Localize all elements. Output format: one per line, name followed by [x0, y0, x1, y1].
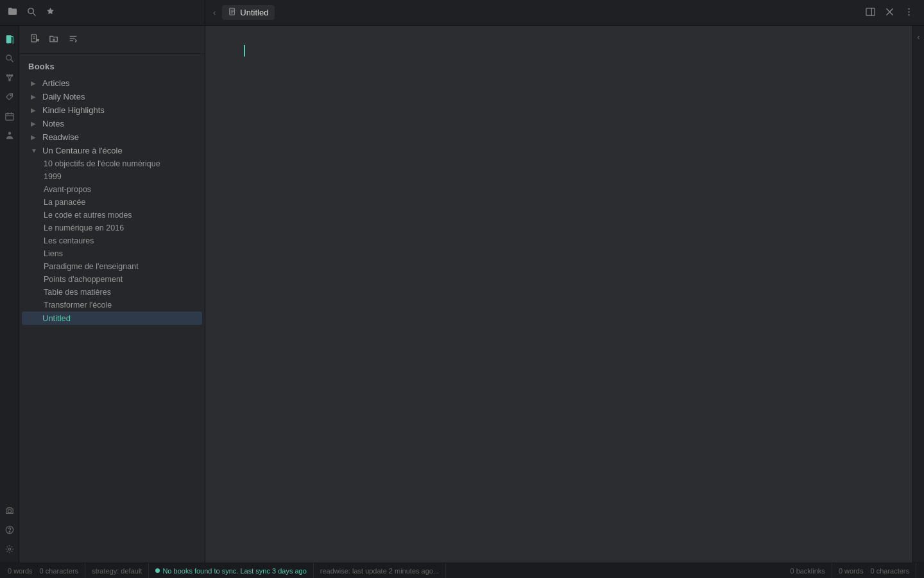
main-content: Books ▶ Articles ▶ Daily Notes ▶ Kindle …	[0, 26, 924, 563]
nav-books-icon[interactable]	[1, 31, 18, 48]
child-label: Liens	[44, 249, 63, 258]
sidebar-item-label: Untitled	[42, 313, 71, 323]
chevron-down-icon: ▼	[31, 147, 38, 154]
child-label: 10 objectifs de l'école numérique	[44, 159, 160, 168]
svg-rect-25	[5, 114, 13, 121]
backlinks-status: 0 backlinks	[790, 563, 832, 578]
svg-point-29	[8, 132, 10, 134]
sidebar-toolbar	[19, 26, 205, 54]
svg-line-16	[10, 60, 13, 62]
tab-title: Untitled	[240, 8, 268, 17]
icon-sidebar	[0, 26, 19, 563]
nav-search-icon[interactable]	[1, 50, 18, 67]
sidebar-item-articles[interactable]: ▶ Articles	[22, 76, 202, 90]
right-chars-label: 0 characters	[870, 567, 909, 575]
sidebar-child-item[interactable]: Liens	[35, 247, 202, 260]
svg-point-10	[908, 8, 909, 9]
top-bar-main: ‹ Untitled	[205, 5, 863, 20]
sidebar-child-item[interactable]: Le numérique en 2016	[35, 222, 202, 234]
svg-point-30	[8, 509, 11, 512]
chevron-right-icon: ▶	[31, 120, 38, 127]
new-file-button[interactable]	[28, 32, 41, 47]
folder-icon[interactable]	[8, 6, 18, 19]
child-label: Paradigme de l'enseignant	[44, 262, 139, 271]
status-right: 0 backlinks 0 words 0 characters	[790, 563, 916, 578]
nav-graph-icon[interactable]	[1, 69, 18, 86]
svg-point-11	[908, 11, 909, 12]
strategy-status: strategy: default	[85, 563, 149, 578]
star-icon[interactable]	[46, 7, 55, 19]
sync-status: No books found to sync. Last sync 3 days…	[149, 563, 313, 578]
chevron-right-icon: ▶	[31, 80, 38, 87]
sidebar-item-untitled[interactable]: ▶ Untitled	[22, 311, 202, 325]
sidebar-child-item[interactable]: Avant-propos	[35, 183, 202, 196]
sidebar-child-item[interactable]: 10 objectifs de l'école numérique	[35, 157, 202, 170]
sidebar-item-daily-notes[interactable]: ▶ Daily Notes	[22, 90, 202, 103]
right-word-count-status: 0 words 0 characters	[832, 563, 916, 578]
top-bar: ‹ Untitled	[0, 0, 924, 26]
sidebar-child-item[interactable]: 1999	[35, 170, 202, 183]
tab-file-icon	[228, 8, 236, 17]
top-bar-left	[0, 0, 205, 25]
child-label: 1999	[44, 172, 62, 181]
books-label: Books	[28, 62, 55, 71]
chevron-right-icon: ▶	[31, 107, 38, 114]
nav-help-icon[interactable]	[1, 521, 18, 538]
sidebar-child-item[interactable]: La panacée	[35, 196, 202, 209]
sidebar-item-label: Kindle Highlights	[42, 105, 105, 115]
search-icon[interactable]	[27, 7, 37, 19]
sidebar-item-centaure[interactable]: ▼ Un Centaure à l'école	[22, 144, 202, 157]
chevron-right-icon: ▶	[31, 93, 38, 100]
sidebar-child-item[interactable]: Points d'achoppement	[35, 273, 202, 286]
right-panel-toggle-button[interactable]: ‹	[917, 32, 920, 42]
sidebar-child-item[interactable]: Les centaures	[35, 234, 202, 247]
sort-button[interactable]	[67, 32, 80, 47]
more-options-button[interactable]	[902, 4, 916, 21]
svg-point-33	[8, 548, 11, 550]
nav-tags-icon[interactable]	[1, 89, 18, 105]
chevron-right-icon: ▶	[31, 134, 38, 141]
top-bar-actions	[863, 4, 924, 21]
svg-point-12	[908, 14, 909, 15]
svg-line-1	[33, 13, 35, 15]
sidebar-item-label: Readwise	[42, 132, 79, 142]
sidebar-child-item[interactable]: Table des matières	[35, 286, 202, 299]
editor-content[interactable]	[205, 26, 912, 563]
centaure-children: 10 objectifs de l'école numérique 1999 A…	[19, 157, 205, 311]
editor-area	[205, 26, 912, 563]
child-label: Avant-propos	[44, 185, 91, 194]
new-folder-button[interactable]	[47, 32, 60, 47]
file-sidebar: Books ▶ Articles ▶ Daily Notes ▶ Kindle …	[19, 26, 205, 563]
sidebar-item-notes[interactable]: ▶ Notes	[22, 117, 202, 130]
back-button[interactable]: ‹	[213, 8, 216, 17]
words-label: 0 words	[8, 567, 33, 575]
sidebar-item-label: Un Centaure à l'école	[42, 146, 123, 155]
svg-rect-6	[866, 8, 875, 15]
child-label: Le code et autres modes	[44, 211, 132, 220]
sync-label: No books found to sync. Last sync 3 days…	[162, 567, 306, 575]
nav-settings-icon[interactable]	[1, 541, 18, 557]
child-label: Table des matières	[44, 288, 111, 297]
child-label: Le numérique en 2016	[44, 223, 124, 232]
readwise-status: readwise: last update 2 minutes ago...	[314, 563, 446, 578]
nav-person-icon[interactable]	[1, 127, 18, 144]
sidebar-child-item[interactable]: Le code et autres modes	[35, 209, 202, 222]
right-panel: ‹	[912, 26, 924, 563]
nav-snapshot-icon[interactable]	[1, 502, 18, 519]
text-cursor	[244, 45, 245, 57]
nav-calendar-icon[interactable]	[1, 108, 18, 125]
strategy-label: strategy: default	[92, 567, 142, 575]
right-words-label: 0 words	[839, 567, 864, 575]
backlinks-label: 0 backlinks	[790, 567, 825, 575]
sidebar-child-item[interactable]: Paradigme de l'enseignant	[35, 260, 202, 273]
sidebar-item-readwise[interactable]: ▶ Readwise	[22, 130, 202, 144]
svg-point-24	[10, 95, 11, 96]
sidebar-child-item[interactable]: Transformer l'école	[35, 299, 202, 311]
books-section-header: Books	[19, 59, 205, 74]
active-tab[interactable]: Untitled	[222, 5, 275, 20]
close-tab-button[interactable]	[883, 4, 896, 21]
panel-toggle-button[interactable]	[863, 4, 878, 21]
sidebar-item-kindle-highlights[interactable]: ▶ Kindle Highlights	[22, 103, 202, 117]
word-count-status: 0 words 0 characters	[8, 563, 85, 578]
status-bar: 0 words 0 characters strategy: default N…	[0, 563, 924, 578]
